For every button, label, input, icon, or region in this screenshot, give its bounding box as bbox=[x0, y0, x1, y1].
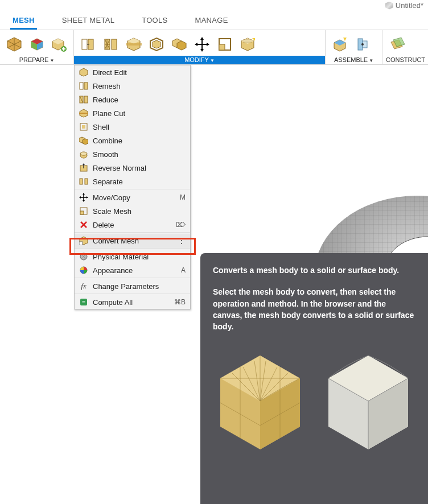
prepare-insert-mesh-button[interactable] bbox=[27, 35, 47, 54]
svg-rect-63 bbox=[80, 179, 83, 184]
direct-edit-icon bbox=[79, 68, 88, 77]
change-parameters-icon: fx bbox=[79, 282, 88, 291]
svg-point-59 bbox=[80, 152, 87, 155]
document-title: Untitled* bbox=[385, 1, 423, 10]
svg-marker-68 bbox=[87, 196, 88, 199]
prepare-tessellate-button[interactable] bbox=[5, 35, 24, 54]
svg-rect-20 bbox=[126, 43, 142, 46]
compute-all-icon: = bbox=[79, 298, 88, 307]
ribbon-group-assemble: ASSEMBLE▼ bbox=[326, 30, 382, 64]
svg-rect-47 bbox=[80, 82, 83, 89]
modify-scale-button[interactable] bbox=[215, 35, 234, 54]
ribbon-group-modify: MODIFY▼ bbox=[74, 30, 326, 64]
ribbon-label-modify[interactable]: MODIFY▼ bbox=[74, 56, 325, 64]
appearance-icon bbox=[79, 266, 88, 275]
cube-plus-icon bbox=[51, 36, 67, 52]
svg-rect-53 bbox=[79, 113, 88, 114]
shell-icon bbox=[79, 122, 88, 131]
cube-multi-icon bbox=[29, 36, 45, 52]
combine-icon bbox=[79, 136, 88, 145]
svg-rect-55 bbox=[82, 125, 85, 129]
menu-item-direct-edit[interactable]: Direct Edit bbox=[75, 65, 190, 79]
tab-tools[interactable]: TOOLS bbox=[139, 13, 170, 30]
solid-body-illustration bbox=[323, 347, 414, 455]
convert-icon bbox=[240, 36, 256, 52]
svg-rect-17 bbox=[112, 39, 117, 49]
svg-marker-24 bbox=[177, 41, 186, 50]
ribbon-label-assemble[interactable]: ASSEMBLE▼ bbox=[326, 56, 382, 64]
shell-icon bbox=[149, 36, 164, 52]
shortcut-label: A bbox=[174, 266, 186, 274]
menu-item-reverse-normal[interactable]: Reverse Normal bbox=[75, 161, 190, 175]
mesh-body-illustration bbox=[215, 347, 306, 455]
tab-manage[interactable]: MANAGE bbox=[193, 13, 231, 30]
tooltip-illustration bbox=[213, 347, 415, 455]
modify-reduce-button[interactable] bbox=[101, 35, 121, 54]
svg-marker-62 bbox=[83, 163, 85, 165]
menu-item-convert-mesh[interactable]: Convert Mesh ⋮ bbox=[75, 234, 190, 249]
tab-sheet-metal[interactable]: SHEET METAL bbox=[60, 13, 117, 30]
menu-item-remesh[interactable]: Remesh bbox=[75, 79, 190, 93]
chevron-down-icon: ▼ bbox=[210, 58, 215, 63]
document-title-label: Untitled* bbox=[396, 1, 423, 10]
tessellate-icon bbox=[6, 36, 22, 52]
ribbon: PREPARE▼ bbox=[0, 30, 428, 65]
menu-item-smooth[interactable]: Smooth bbox=[75, 147, 190, 161]
menu-item-plane-cut[interactable]: Plane Cut bbox=[75, 106, 190, 120]
prepare-repair-button[interactable] bbox=[50, 35, 69, 54]
svg-rect-70 bbox=[80, 211, 84, 214]
menu-item-combine[interactable]: Combine bbox=[75, 134, 190, 147]
joint-icon bbox=[355, 36, 371, 52]
shortcut-label: ⌦ bbox=[174, 221, 186, 229]
modify-move-button[interactable] bbox=[192, 35, 212, 54]
menu-item-scale-mesh[interactable]: Scale Mesh bbox=[75, 204, 190, 218]
new-component-icon bbox=[332, 36, 348, 52]
menu-item-change-parameters[interactable]: fx Change Parameters bbox=[75, 279, 190, 294]
svg-rect-74 bbox=[79, 242, 83, 245]
construct-plane-button[interactable] bbox=[387, 35, 406, 54]
more-vertical-icon[interactable]: ⋮ bbox=[178, 238, 186, 243]
reduce-icon bbox=[103, 36, 119, 52]
menu-item-appearance[interactable]: Appearance A bbox=[75, 263, 190, 278]
menu-item-reduce[interactable]: Reduce bbox=[75, 93, 190, 106]
svg-marker-57 bbox=[83, 139, 88, 144]
tooltip-summary: Converts a mesh body to a solid or surfa… bbox=[213, 265, 415, 276]
convert-mesh-icon bbox=[79, 236, 88, 245]
assemble-new-component-button[interactable] bbox=[330, 35, 349, 54]
menu-item-shell[interactable]: Shell bbox=[75, 120, 190, 134]
menu-item-physical-material[interactable]: Physical Material bbox=[75, 250, 190, 263]
menu-item-move-copy[interactable]: Move/Copy M bbox=[75, 191, 190, 204]
ribbon-label-construct[interactable]: CONSTRUCT bbox=[382, 56, 428, 64]
modify-plane-cut-button[interactable] bbox=[124, 35, 143, 54]
tooltip-convert-mesh: Converts a mesh body to a solid or surfa… bbox=[200, 253, 428, 504]
svg-marker-25 bbox=[200, 37, 204, 40]
svg-marker-67 bbox=[79, 196, 81, 199]
remesh-icon bbox=[79, 81, 88, 90]
modify-combine-button[interactable] bbox=[170, 35, 189, 54]
svg-rect-51 bbox=[84, 96, 88, 103]
delete-icon bbox=[79, 220, 88, 229]
menu-item-delete[interactable]: Delete ⌦ bbox=[75, 218, 190, 233]
svg-rect-13 bbox=[82, 39, 87, 49]
modify-remesh-button[interactable] bbox=[79, 35, 98, 54]
svg-marker-28 bbox=[207, 43, 209, 46]
chevron-down-icon: ▼ bbox=[369, 58, 373, 63]
svg-marker-26 bbox=[200, 49, 204, 52]
plane-cut-icon bbox=[79, 109, 88, 118]
assemble-joint-button[interactable] bbox=[353, 35, 372, 54]
ribbon-label-prepare[interactable]: PREPARE▼ bbox=[0, 56, 73, 64]
combine-icon bbox=[171, 36, 187, 52]
smooth-icon bbox=[79, 150, 88, 159]
tab-mesh[interactable]: MESH bbox=[10, 13, 37, 30]
menu-item-compute-all[interactable]: = Compute All ⌘B bbox=[75, 295, 190, 309]
menu-item-separate[interactable]: Separate bbox=[75, 175, 190, 189]
svg-marker-66 bbox=[83, 200, 85, 202]
svg-point-39 bbox=[361, 43, 364, 46]
workspace-tabstrip: MESH SHEET METAL TOOLS MANAGE bbox=[0, 13, 428, 30]
modify-shell-button[interactable] bbox=[147, 35, 166, 54]
reverse-normal-icon bbox=[79, 163, 88, 172]
modify-convert-button[interactable] bbox=[238, 35, 257, 54]
shortcut-label: ⌘B bbox=[174, 298, 186, 306]
svg-rect-64 bbox=[85, 179, 88, 184]
physical-material-icon bbox=[79, 252, 88, 261]
